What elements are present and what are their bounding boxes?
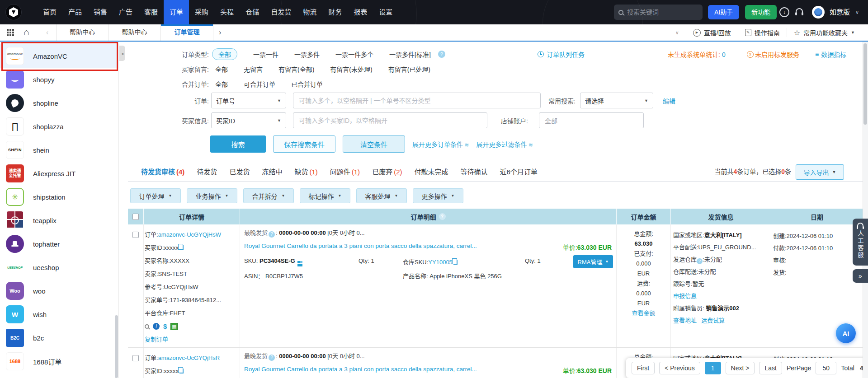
order-number-type-select[interactable]: 订单号 bbox=[211, 93, 286, 108]
tabs-scroll-left-icon[interactable] bbox=[46, 24, 48, 40]
avatar[interactable] bbox=[812, 6, 825, 19]
menu-item-sales[interactable]: 销售 bbox=[88, 0, 113, 24]
menu-item-reports[interactable]: 报表 bbox=[348, 0, 373, 24]
menu-item-firstleg[interactable]: 头程 bbox=[214, 0, 240, 24]
declare-info-link[interactable]: 申报信息 bbox=[673, 293, 697, 299]
version-menu[interactable]: 如意版 bbox=[830, 0, 850, 24]
data-metrics-link[interactable]: 数据指标 bbox=[815, 50, 846, 59]
row-checkbox[interactable] bbox=[132, 355, 139, 361]
sidebar-item-shein[interactable]: SHEIN shein bbox=[0, 138, 118, 162]
tab-help-center-1[interactable]: 帮助中心 bbox=[56, 24, 108, 41]
tab-order-management[interactable]: 订单管理 bbox=[161, 24, 213, 41]
action-customer-service[interactable]: 客服处理 bbox=[356, 188, 407, 203]
sidebar-item-tophatter[interactable]: tophatter bbox=[0, 232, 118, 256]
filter-option[interactable]: 有留言(未处理) bbox=[330, 65, 372, 74]
search-button[interactable]: 搜索 bbox=[210, 135, 266, 153]
order-id-link[interactable]: amazonvc-UcGYQjHsW bbox=[158, 231, 221, 238]
sidebar-item-aliexpress-jit[interactable]: 速卖通全托管 Aliexpress JIT bbox=[0, 162, 118, 185]
quick-search-select[interactable]: 请选择 bbox=[580, 93, 653, 108]
download-icon[interactable] bbox=[779, 7, 789, 17]
sidebar-item-wish[interactable]: w wish bbox=[0, 303, 118, 326]
magnifier-icon[interactable] bbox=[145, 324, 149, 329]
product-title-link[interactable]: Royal Gourmet Carrello da portata a 3 pi… bbox=[244, 366, 477, 373]
filter-option[interactable]: 无留言 bbox=[244, 65, 263, 74]
ai-assistant-button[interactable]: AI助手 bbox=[708, 5, 739, 19]
menu-item-logistics[interactable]: 物流 bbox=[297, 0, 322, 24]
marketplace-icon[interactable] bbox=[170, 323, 178, 330]
filter-option[interactable]: 有留言(全部) bbox=[278, 65, 314, 74]
live-replay-button[interactable]: 直播/回放 bbox=[686, 28, 738, 37]
row-checkbox[interactable] bbox=[132, 232, 139, 238]
copy-icon[interactable] bbox=[453, 260, 458, 265]
sidebar-item-shoplazza[interactable]: shoplazza bbox=[0, 115, 118, 138]
copy-icon[interactable] bbox=[179, 245, 184, 250]
tabs-scroll-right-icon[interactable] bbox=[219, 24, 221, 40]
guide-button[interactable]: 操作指南 bbox=[738, 28, 787, 37]
copy-order-link[interactable]: 复制订单 bbox=[145, 336, 168, 343]
tabs-dropdown-chevron-icon[interactable] bbox=[675, 30, 679, 36]
headset-icon[interactable] bbox=[796, 8, 803, 13]
favorites-button[interactable]: 常用功能收藏夹 bbox=[787, 28, 862, 37]
pagination-next-button[interactable]: Next > bbox=[726, 362, 755, 374]
app-logo-icon[interactable] bbox=[5, 4, 22, 20]
sidebar-item-shipstation[interactable]: shipstation bbox=[0, 185, 118, 209]
select-all-checkbox[interactable] bbox=[132, 214, 139, 220]
status-tab-shipped[interactable]: 已发货 bbox=[229, 167, 250, 176]
sidebar-item-1688[interactable]: 1688 1688订单 bbox=[0, 350, 118, 373]
per-page-input[interactable] bbox=[816, 362, 836, 374]
status-tab-discarded[interactable]: 已废弃(2) bbox=[372, 167, 402, 176]
expand-order-conditions-link[interactable]: 展开更多订单条件 bbox=[412, 140, 469, 149]
collapse-right-panel-tab[interactable] bbox=[853, 269, 868, 283]
sidebar-item-teapplix[interactable]: teapplix bbox=[0, 209, 118, 232]
freight-estimate-link[interactable]: 运费试算 bbox=[701, 314, 725, 327]
menu-item-products[interactable]: 产品 bbox=[62, 0, 88, 24]
copy-icon[interactable] bbox=[179, 369, 184, 373]
ai-floating-button[interactable]: AI bbox=[836, 323, 856, 343]
sidebar-item-b2c[interactable]: B2C b2c bbox=[0, 326, 118, 350]
action-mark-ops[interactable]: 标记操作 bbox=[300, 188, 350, 203]
status-tab-last-6-months[interactable]: 近6个月订单 bbox=[500, 167, 538, 176]
status-tab-out-of-stock[interactable]: 缺货(1) bbox=[294, 167, 317, 176]
status-tab-problem[interactable]: 问题件(1) bbox=[330, 167, 360, 176]
order-queue-task-link[interactable]: 订单队列任务 bbox=[538, 50, 585, 59]
help-icon[interactable] bbox=[438, 51, 445, 58]
sidebar-item-shopyy[interactable]: shopyy bbox=[0, 68, 118, 91]
view-amount-link[interactable]: 查看金额 bbox=[632, 310, 655, 317]
status-tab-pending-audit[interactable]: 待发货审核(4) bbox=[141, 167, 184, 176]
clear-conditions-button[interactable]: 清空条件 bbox=[343, 135, 405, 153]
product-title-link[interactable]: Royal Gourmet Carrello da portata a 3 pi… bbox=[244, 243, 477, 249]
help-icon[interactable] bbox=[269, 355, 275, 361]
filter-option[interactable]: 可合并订单 bbox=[244, 79, 275, 89]
status-tab-awaiting-confirm[interactable]: 等待确认 bbox=[461, 167, 488, 176]
sku-grid-icon[interactable] bbox=[297, 261, 303, 266]
menu-item-service[interactable]: 客服 bbox=[138, 0, 164, 24]
apps-grid-icon[interactable] bbox=[7, 29, 14, 36]
menu-item-orders[interactable]: 订单 bbox=[164, 0, 189, 24]
menu-item-selfship[interactable]: 自发货 bbox=[265, 0, 297, 24]
sidebar-collapse-handle[interactable] bbox=[119, 46, 125, 61]
uncreated-orders-stat[interactable]: 未生成系统单统计:0 bbox=[668, 50, 726, 59]
edit-quick-search-link[interactable]: 编辑 bbox=[663, 96, 675, 105]
status-tab-frozen[interactable]: 冻结中 bbox=[262, 167, 282, 176]
sidebar-item-shopline[interactable]: shopline bbox=[0, 91, 118, 115]
import-export-button[interactable]: 导入导出 bbox=[796, 164, 844, 180]
dollar-icon[interactable] bbox=[163, 320, 167, 333]
menu-item-warehouse[interactable]: 仓储 bbox=[240, 0, 265, 24]
sidebar-item-ueeshop[interactable]: UEESHOP ueeshop bbox=[0, 256, 118, 279]
filter-option[interactable]: 一票一件 bbox=[253, 50, 278, 59]
filter-option[interactable]: 一票多件 bbox=[294, 50, 320, 59]
view-address-link[interactable]: 查看地址 bbox=[673, 314, 697, 327]
order-number-input[interactable] bbox=[293, 93, 541, 108]
filter-option[interactable]: 一票一件多个 bbox=[335, 50, 373, 59]
menu-item-purchase[interactable]: 采购 bbox=[189, 0, 214, 24]
flag-service-warning[interactable]: 未启用标发服务 bbox=[747, 50, 799, 59]
tab-help-center-2[interactable]: 帮助中心 bbox=[108, 24, 161, 41]
filter-option[interactable]: 全部 bbox=[215, 65, 228, 74]
filter-option-all-selected[interactable]: 全部 bbox=[212, 48, 237, 60]
buyer-id-type-select[interactable]: 买家ID bbox=[211, 112, 286, 128]
info-icon[interactable] bbox=[153, 323, 160, 330]
menu-item-home[interactable]: 首页 bbox=[37, 0, 62, 24]
page-scrollbar-thumb[interactable] bbox=[863, 43, 867, 125]
pagination-page-1-active[interactable]: 1 bbox=[705, 362, 721, 374]
sidebar-item-amazonvc[interactable]: amazon-vc AmazonVC bbox=[0, 44, 118, 68]
